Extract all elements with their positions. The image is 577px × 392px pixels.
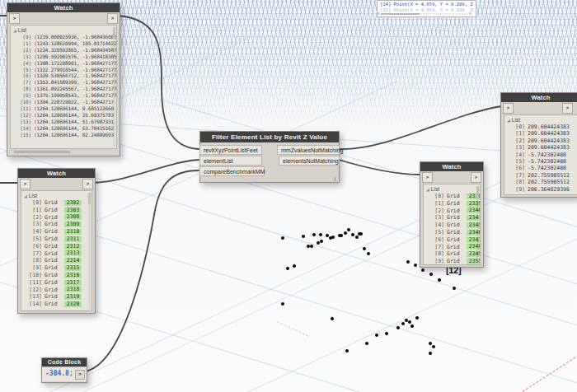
lacing-indicator[interactable]: | xyxy=(334,176,335,181)
list-expand-icon[interactable]: ◢ xyxy=(426,187,429,192)
wire-elements-to-watch-middle[interactable] xyxy=(339,160,420,175)
list-row: [5](1322.279910544, -1.968427177 xyxy=(13,67,116,73)
output-port[interactable]: > xyxy=(107,13,118,24)
list-row: [0]Grid2338 xyxy=(426,193,480,200)
wire-watch-to-elementlist[interactable] xyxy=(93,160,199,183)
vertical-scrollbar[interactable] xyxy=(113,27,115,147)
element-id-badge: 2303 xyxy=(64,208,82,213)
code-block-body[interactable]: -304.8; > xyxy=(42,366,87,381)
list-row: [1]209.604424383 xyxy=(507,130,577,137)
input-port[interactable]: > xyxy=(422,172,433,183)
list-header[interactable]: ◢List xyxy=(24,193,91,199)
vertical-scrollbar[interactable] xyxy=(88,193,91,309)
output-mmzvaluesnotmatching[interactable]: mmZvaluesNotMatching xyxy=(277,145,340,155)
wire-watch-to-revitxyz[interactable] xyxy=(119,16,199,149)
bubble-scroll-right-arrow[interactable] xyxy=(469,12,471,15)
dynamo-canvas[interactable]: [12] Watch > > ◢List [0](1219.000025936,… xyxy=(0,0,577,392)
wire-mmzvalues-to-watch-right[interactable] xyxy=(339,106,501,149)
port-row: > > xyxy=(501,102,577,113)
output-elementsnotmatching[interactable]: elementsNotMatching xyxy=(279,156,340,166)
element-id-badge: 2308 xyxy=(64,214,82,220)
list-row: [9]Grid2355 xyxy=(426,258,480,265)
list-row: [4]Grid2310 xyxy=(24,228,91,236)
list-header[interactable]: ◢List xyxy=(507,117,577,124)
bubble-scrollbar[interactable] xyxy=(381,13,467,16)
node-title[interactable]: Watch xyxy=(18,169,95,178)
port-row: > > xyxy=(420,171,483,182)
list-row: [9](1375.199058543, -1.968427177 xyxy=(13,92,116,99)
element-id-badge: 2309 xyxy=(64,222,82,227)
list-row: [1](1243.128620994, 105.01714022 xyxy=(13,40,116,47)
list-row: [5]Grid2346 xyxy=(426,229,480,236)
list-row: [14](1204.120696144, 63.70415162 xyxy=(13,125,116,132)
vertical-scrollbar[interactable] xyxy=(476,186,479,263)
list-row: [10](1394.228729022, -1.96842717 xyxy=(13,99,116,105)
preview-line-clipped: [15] Point(X = 4.659, Y = 0.209, Z = 1, xyxy=(380,7,473,13)
element-id-badge: 2314 xyxy=(64,258,82,264)
node-title[interactable]: Watch xyxy=(420,162,483,171)
list-row: [1]Grid2303 xyxy=(24,207,91,214)
watch-list-area[interactable]: ◢List [0](1219.000025936, -1.968436002[1… xyxy=(10,25,117,149)
list-row: [9]Grid2315 xyxy=(24,264,91,272)
list-row: [6]-5.742302408 xyxy=(507,165,577,171)
node-title[interactable]: Watch xyxy=(501,93,577,102)
list-row: [1]Grid2339 xyxy=(426,200,480,208)
list-row: [10]Grid2316 xyxy=(24,272,91,279)
code-value[interactable]: -304.8 xyxy=(45,370,69,377)
filter-element-list-node[interactable]: Filter Element List by Revit Z Value rev… xyxy=(199,131,340,183)
watch-node-grids-left[interactable]: Watch > > ◢List [0]Grid2302[1]Grid2303[2… xyxy=(17,168,96,314)
horizontal-scrollbar[interactable] xyxy=(11,151,113,153)
input-port[interactable]: > xyxy=(20,179,30,189)
watch-node-xyz-list[interactable]: Watch > > ◢List [0](1219.000025936, -1.9… xyxy=(7,2,120,156)
list-row: [8](1361.092245567, -1.968427177 xyxy=(13,86,116,92)
list-expand-icon[interactable]: ◢ xyxy=(507,118,510,123)
node-title[interactable]: Filter Element List by Revit Z Value xyxy=(200,132,339,142)
wire-codeblock-to-benchmark[interactable] xyxy=(85,170,199,371)
list-rows: [0]209.604424383[1]209.604424383[2]209.6… xyxy=(507,124,577,193)
list-row: [12]Grid2318 xyxy=(24,287,91,294)
list-row: [12](1204.120696144, 35.60375783 xyxy=(13,112,116,119)
watch-node-mm-values[interactable]: Watch > > ◢List [0]209.604424383[1]209.6… xyxy=(500,92,577,198)
list-row: [13](1204.120696144, 51.67987331 xyxy=(13,119,116,125)
data-preview-bubble: [14] Point(X = 4.659, Y = 0.209, Z = 1, … xyxy=(377,0,476,17)
input-port[interactable]: > xyxy=(9,13,20,24)
list-expand-icon[interactable]: ◢ xyxy=(13,28,16,33)
list-row: [0](1219.000025936, -1.968436002 xyxy=(13,34,116,40)
list-row: [9]206.364829396 xyxy=(507,186,577,193)
list-row: [15](1204.120696144, 82.24889693 xyxy=(13,132,116,138)
output-port[interactable]: > xyxy=(75,370,85,380)
input-revitxyzpointlistfeet[interactable]: revitXyzPointListFeet xyxy=(199,145,262,155)
watch-list-area[interactable]: ◢List [0]Grid2338[1]Grid2339[2]Grid2340[… xyxy=(423,184,481,265)
output-port[interactable]: > xyxy=(82,179,93,189)
input-comparebenchmarkmm[interactable]: compareBenchmarkMM xyxy=(199,166,265,176)
list-row: [3]Grid2309 xyxy=(24,221,91,228)
list-expand-icon[interactable]: ◢ xyxy=(24,194,27,198)
list-row: [14]Grid2320 xyxy=(24,301,91,308)
output-port[interactable]: > xyxy=(562,103,573,114)
list-rows: [0]Grid2338[1]Grid2339[2]Grid2340[3]Grid… xyxy=(426,193,480,265)
list-row: [3](1299.592902576, -1.968418305 xyxy=(13,54,116,60)
node-title[interactable]: Code Block xyxy=(42,358,87,366)
list-row: [13]Grid2319 xyxy=(24,293,91,301)
list-row: [8]202.755905512 xyxy=(507,179,577,185)
list-header[interactable]: ◢List xyxy=(13,27,116,34)
code-block-node[interactable]: Code Block -304.8; > xyxy=(41,357,87,383)
list-row: [3]Grid2341 xyxy=(426,214,480,222)
bubble-scroll-left-arrow[interactable] xyxy=(378,12,380,15)
list-row: [2](1234.320592865, -1.968434587 xyxy=(13,47,116,54)
element-id-badge: 2319 xyxy=(64,294,82,300)
watch-list-area[interactable]: ◢List [0]Grid2302[1]Grid2303[2]Grid2308[… xyxy=(21,190,92,311)
element-id-badge: 2313 xyxy=(64,250,82,256)
element-id-badge: 2320 xyxy=(64,301,82,307)
node-title[interactable]: Watch xyxy=(7,3,120,12)
output-port[interactable]: > xyxy=(471,172,481,183)
input-elementlist[interactable]: elementList xyxy=(199,156,262,166)
watch-node-grids-middle[interactable]: Watch > > ◢List [0]Grid2338[1]Grid2339[2… xyxy=(420,161,484,268)
watch-list-area[interactable]: ◢List [0]209.604424383[1]209.604424383[2… xyxy=(504,114,577,195)
list-row: [7](1353.841589399, -1.968427177 xyxy=(13,79,116,86)
list-row: [6]Grid2312 xyxy=(24,243,91,250)
list-rows: [0]Grid2302[1]Grid2303[2]Grid2308[3]Grid… xyxy=(24,199,91,308)
list-header[interactable]: ◢List xyxy=(426,186,480,193)
list-row: [4](1308.172298901, -1.968427177 xyxy=(13,60,116,67)
input-port[interactable]: > xyxy=(503,103,514,114)
